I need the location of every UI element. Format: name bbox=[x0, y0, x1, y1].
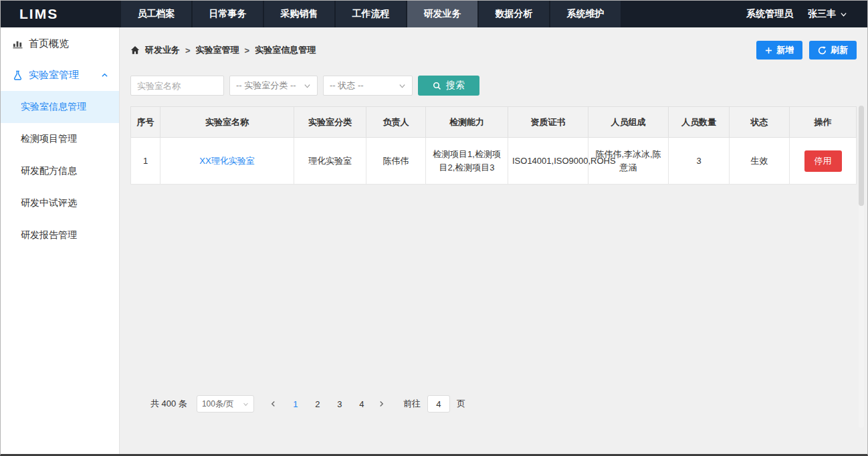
layout: 首页概览 实验室管理 实验室信息管理 检测项目管理 研发配方信息 研发中试评选 … bbox=[1, 27, 867, 454]
user-role-label: 系统管理员 bbox=[746, 8, 793, 20]
sidebar-subitem-test-project-management[interactable]: 检测项目管理 bbox=[1, 123, 119, 155]
search-button-label: 搜索 bbox=[446, 80, 465, 92]
total-count-label: 共 400 条 bbox=[150, 398, 187, 410]
flask-icon bbox=[13, 70, 23, 80]
filter-bar: -- 实验室分类 -- -- 状态 -- 搜索 bbox=[130, 76, 857, 96]
nav-item-system-maintenance[interactable]: 系统维护 bbox=[550, 1, 621, 27]
col-header-members: 人员组成 bbox=[588, 107, 669, 138]
chevron-right-icon bbox=[378, 400, 385, 408]
nav-item-data-analysis[interactable]: 数据分析 bbox=[479, 1, 549, 27]
cell-index: 1 bbox=[131, 138, 160, 185]
page-size-value: 100条/页 bbox=[202, 398, 233, 410]
user-name: 张三丰 bbox=[808, 8, 836, 20]
status-value: -- 状态 -- bbox=[330, 80, 364, 92]
cell-status: 生效 bbox=[730, 138, 790, 185]
chevron-down-icon bbox=[304, 82, 311, 90]
chevron-down-icon bbox=[399, 82, 406, 90]
main-content: 研发业务 > 实验室管理 > 实验室信息管理 新增 刷新 bbox=[120, 27, 867, 454]
col-header-operation: 操作 bbox=[790, 107, 857, 138]
col-header-manager: 负责人 bbox=[366, 107, 426, 138]
chevron-left-icon bbox=[270, 400, 276, 408]
breadcrumb-separator: > bbox=[185, 45, 191, 55]
breadcrumb-item[interactable]: 实验室信息管理 bbox=[255, 44, 316, 56]
table-header-row: 序号 实验室名称 实验室分类 负责人 检测能力 资质证书 人员组成 人员数量 状… bbox=[131, 107, 857, 138]
search-button[interactable]: 搜索 bbox=[418, 76, 479, 96]
goto-label: 前往 bbox=[403, 398, 421, 410]
prev-page-button[interactable] bbox=[270, 400, 276, 408]
page-button-2[interactable]: 2 bbox=[310, 399, 325, 409]
scrollbar-track bbox=[859, 106, 864, 428]
cell-capability: 检测项目1,检测项目2,检测项目3 bbox=[426, 138, 508, 185]
sidebar-subitem-rd-pilot-selection[interactable]: 研发中试评选 bbox=[1, 187, 119, 219]
lab-table: 序号 实验室名称 实验室分类 负责人 检测能力 资质证书 人员组成 人员数量 状… bbox=[130, 106, 857, 185]
sidebar-subitem-lab-info-management[interactable]: 实验室信息管理 bbox=[1, 91, 119, 123]
sidebar-item-label: 首页概览 bbox=[29, 37, 69, 50]
sidebar-subitem-rd-report-management[interactable]: 研发报告管理 bbox=[1, 219, 119, 251]
nav-item-rd-business[interactable]: 研发业务 bbox=[407, 1, 477, 27]
add-button[interactable]: 新增 bbox=[756, 41, 802, 60]
col-header-certificates: 资质证书 bbox=[508, 107, 588, 138]
page-button-1[interactable]: 1 bbox=[288, 399, 303, 409]
lab-category-value: -- 实验室分类 -- bbox=[236, 80, 296, 92]
cell-member-count: 3 bbox=[669, 138, 730, 185]
lab-category-select[interactable]: -- 实验室分类 -- bbox=[229, 76, 318, 96]
refresh-icon bbox=[818, 46, 827, 55]
lab-name-link[interactable]: XX理化实验室 bbox=[199, 156, 254, 166]
cell-manager: 陈伟伟 bbox=[366, 138, 426, 185]
col-header-capability: 检测能力 bbox=[426, 107, 508, 138]
home-icon bbox=[130, 45, 140, 55]
pagination: 共 400 条 100条/页 1 2 3 4 前往 页 bbox=[130, 395, 857, 413]
page-button-4[interactable]: 4 bbox=[354, 399, 369, 409]
col-header-status: 状态 bbox=[730, 107, 790, 138]
col-header-member-count: 人员数量 bbox=[669, 107, 730, 138]
refresh-button-label: 刷新 bbox=[831, 44, 848, 56]
main-nav: 员工档案 日常事务 采购销售 工作流程 研发业务 数据分析 系统维护 bbox=[121, 1, 621, 27]
nav-item-purchase-sales[interactable]: 采购销售 bbox=[264, 1, 334, 27]
col-header-lab-name: 实验室名称 bbox=[160, 107, 294, 138]
nav-item-daily-affairs[interactable]: 日常事务 bbox=[193, 1, 263, 27]
page-size-select[interactable]: 100条/页 bbox=[197, 395, 254, 413]
breadcrumb-item[interactable]: 实验室管理 bbox=[196, 44, 239, 56]
app-logo: LIMS bbox=[1, 1, 121, 27]
navbar-right: 系统管理员 张三丰 bbox=[746, 1, 867, 27]
lab-name-input[interactable] bbox=[130, 76, 224, 96]
sidebar-subitem-rd-formula-info[interactable]: 研发配方信息 bbox=[1, 155, 119, 187]
topbar: 研发业务 > 实验室管理 > 实验室信息管理 新增 刷新 bbox=[130, 41, 857, 60]
page-button-3[interactable]: 3 bbox=[332, 399, 347, 409]
scrollbar-thumb[interactable] bbox=[859, 106, 864, 206]
top-navbar: LIMS 员工档案 日常事务 采购销售 工作流程 研发业务 数据分析 系统维护 … bbox=[1, 1, 867, 27]
search-icon bbox=[433, 82, 441, 90]
sidebar-item-label: 实验室管理 bbox=[29, 69, 79, 82]
col-header-index: 序号 bbox=[131, 107, 160, 138]
nav-item-workflow[interactable]: 工作流程 bbox=[336, 1, 406, 27]
sidebar-item-lab-management[interactable]: 实验室管理 bbox=[1, 60, 119, 91]
add-button-label: 新增 bbox=[776, 44, 794, 56]
cell-category: 理化实验室 bbox=[294, 138, 366, 185]
app-window: LIMS 员工档案 日常事务 采购销售 工作流程 研发业务 数据分析 系统维护 … bbox=[1, 1, 867, 454]
next-page-button[interactable] bbox=[378, 400, 385, 408]
chevron-up-icon bbox=[101, 72, 108, 79]
breadcrumb: 研发业务 > 实验室管理 > 实验室信息管理 bbox=[130, 44, 316, 56]
toolbar-actions: 新增 刷新 bbox=[756, 41, 857, 60]
goto-page-input[interactable] bbox=[427, 395, 450, 413]
nav-item-employee-files[interactable]: 员工档案 bbox=[121, 1, 191, 27]
page-unit-label: 页 bbox=[457, 398, 465, 410]
cell-certificates: ISO14001,ISO9000,ROHS bbox=[508, 138, 588, 185]
sidebar-item-home-overview[interactable]: 首页概览 bbox=[1, 28, 119, 60]
user-menu[interactable]: 张三丰 bbox=[808, 8, 847, 20]
breadcrumb-separator: > bbox=[245, 45, 250, 55]
plus-icon bbox=[765, 47, 772, 54]
status-select[interactable]: -- 状态 -- bbox=[323, 76, 413, 96]
disable-button[interactable]: 停用 bbox=[804, 150, 842, 172]
refresh-button[interactable]: 刷新 bbox=[809, 41, 857, 60]
bar-chart-icon bbox=[13, 39, 23, 49]
breadcrumb-item[interactable]: 研发业务 bbox=[145, 44, 180, 56]
col-header-lab-category: 实验室分类 bbox=[294, 107, 366, 138]
sidebar: 首页概览 实验室管理 实验室信息管理 检测项目管理 研发配方信息 研发中试评选 … bbox=[1, 27, 120, 454]
table-row: 1 XX理化实验室 理化实验室 陈伟伟 检测项目1,检测项目2,检测项目3 IS… bbox=[131, 138, 857, 185]
chevron-down-icon bbox=[840, 11, 847, 18]
chevron-down-icon bbox=[243, 401, 249, 407]
